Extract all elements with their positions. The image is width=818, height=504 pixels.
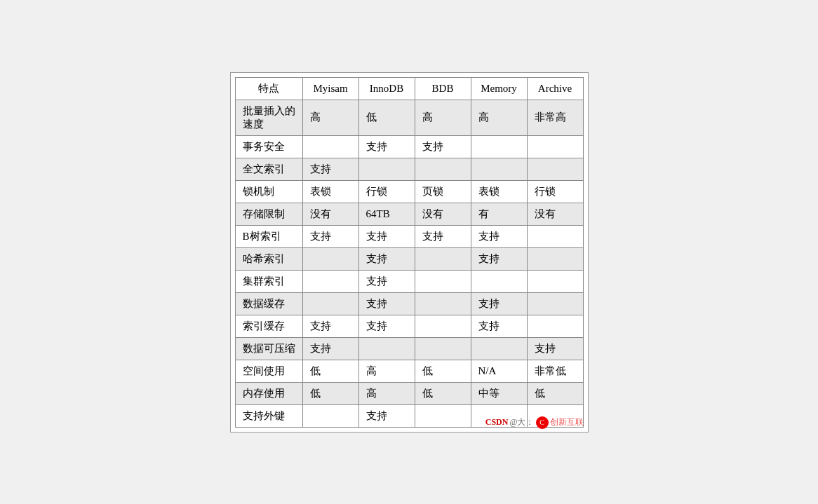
cell-7-5 [527,270,583,292]
cell-8-3 [415,292,471,315]
cell-2-1: 支持 [302,158,358,180]
table-row: 数据可压缩支持支持 [235,337,583,360]
watermark-csdn: CSDN [485,417,509,428]
cell-6-0: 哈希索引 [235,247,302,270]
cell-8-5 [527,292,583,315]
cell-11-5: 非常低 [527,360,583,382]
cell-8-0: 数据缓存 [235,292,302,315]
cell-8-1 [302,292,358,315]
header-5: Archive [527,77,583,100]
cell-8-2: 支持 [358,292,415,315]
cell-1-1 [302,135,358,158]
cell-11-2: 高 [358,360,415,382]
cell-4-3: 没有 [415,203,471,225]
cell-7-3 [415,270,471,292]
cell-12-0: 内存使用 [235,382,302,404]
cell-0-1: 高 [302,100,358,135]
table-header-row: 特点MyisamInnoDBBDBMemoryArchive [235,77,583,100]
cell-3-2: 行锁 [358,180,415,203]
cell-11-1: 低 [302,360,358,382]
cell-5-4: 支持 [471,225,527,247]
header-1: Myisam [302,77,358,100]
cell-12-5: 低 [527,382,583,404]
cell-10-5: 支持 [527,337,583,360]
table-row: 事务安全支持支持 [235,135,583,158]
cell-4-5: 没有 [527,203,583,225]
cell-13-3 [415,404,471,427]
watermark-icon: C [536,416,549,429]
table-row: 索引缓存支持支持支持 [235,315,583,337]
cell-3-3: 页锁 [415,180,471,203]
cell-5-1: 支持 [302,225,358,247]
table-row: 全文索引支持 [235,158,583,180]
cell-12-1: 低 [302,382,358,404]
table-row: 批量插入的速度高低高高非常高 [235,100,583,135]
table-row: 空间使用低高低N/A非常低 [235,360,583,382]
cell-10-0: 数据可压缩 [235,337,302,360]
comparison-table: 特点MyisamInnoDBBDBMemoryArchive 批量插入的速度高低… [235,77,584,428]
cell-10-1: 支持 [302,337,358,360]
cell-13-0: 支持外键 [235,404,302,427]
table-row: 内存使用低高低中等低 [235,382,583,404]
table-row: 集群索引支持 [235,270,583,292]
cell-0-5: 非常高 [527,100,583,135]
cell-3-5: 行锁 [527,180,583,203]
cell-1-4 [471,135,527,158]
cell-11-3: 低 [415,360,471,382]
header-3: BDB [415,77,471,100]
cell-5-0: B树索引 [235,225,302,247]
cell-13-1 [302,404,358,427]
cell-6-1 [302,247,358,270]
cell-5-3: 支持 [415,225,471,247]
cell-4-4: 有 [471,203,527,225]
cell-11-0: 空间使用 [235,360,302,382]
cell-9-4: 支持 [471,315,527,337]
cell-2-5 [527,158,583,180]
table-row: B树索引支持支持支持支持 [235,225,583,247]
cell-1-0: 事务安全 [235,135,302,158]
cell-4-0: 存储限制 [235,203,302,225]
cell-11-4: N/A [471,360,527,382]
cell-6-3 [415,247,471,270]
cell-6-2: 支持 [358,247,415,270]
cell-7-1 [302,270,358,292]
cell-1-2: 支持 [358,135,415,158]
cell-0-3: 高 [415,100,471,135]
cell-10-2 [358,337,415,360]
cell-12-3: 低 [415,382,471,404]
cell-3-0: 锁机制 [235,180,302,203]
cell-7-0: 集群索引 [235,270,302,292]
cell-2-4 [471,158,527,180]
header-4: Memory [471,77,527,100]
cell-0-2: 低 [358,100,415,135]
cell-7-2: 支持 [358,270,415,292]
cell-0-0: 批量插入的速度 [235,100,302,135]
cell-4-2: 64TB [358,203,415,225]
watermark: CSDN @大： C 创新互联 [485,416,584,429]
cell-10-4 [471,337,527,360]
table-row: 哈希索引支持支持 [235,247,583,270]
cell-5-2: 支持 [358,225,415,247]
cell-3-1: 表锁 [302,180,358,203]
cell-9-1: 支持 [302,315,358,337]
cell-12-2: 高 [358,382,415,404]
cell-2-2 [358,158,415,180]
cell-2-0: 全文索引 [235,158,302,180]
cell-9-2: 支持 [358,315,415,337]
page-wrapper: 特点MyisamInnoDBBDBMemoryArchive 批量插入的速度高低… [230,72,589,433]
cell-7-4 [471,270,527,292]
cell-8-4: 支持 [471,292,527,315]
cell-3-4: 表锁 [471,180,527,203]
watermark-at: @大： [509,416,534,428]
cell-1-3: 支持 [415,135,471,158]
cell-9-5 [527,315,583,337]
cell-6-4: 支持 [471,247,527,270]
table-row: 存储限制没有64TB没有有没有 [235,203,583,225]
table-row: 锁机制表锁行锁页锁表锁行锁 [235,180,583,203]
header-2: InnoDB [358,77,415,100]
header-0: 特点 [235,77,302,100]
cell-6-5 [527,247,583,270]
cell-0-4: 高 [471,100,527,135]
cell-9-0: 索引缓存 [235,315,302,337]
cell-13-2: 支持 [358,404,415,427]
